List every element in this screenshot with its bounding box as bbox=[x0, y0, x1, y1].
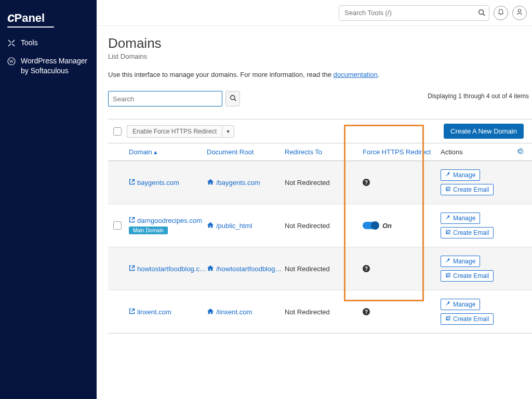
table-row: darngoodrecipes.comMain Domain/public_ht… bbox=[108, 204, 532, 247]
redirect-status: Not Redirected bbox=[285, 222, 363, 230]
sidebar-item-wordpress[interactable]: W WordPress Manager by Softaculous bbox=[0, 53, 97, 81]
domains-table: Enable Force HTTPS Redirect ▾ Create A N… bbox=[108, 119, 532, 334]
bulk-action-row: Enable Force HTTPS Redirect ▾ Create A N… bbox=[108, 119, 532, 143]
svg-point-3 bbox=[518, 9, 521, 12]
table-row: baygents.com/baygents.comNot Redirected?… bbox=[108, 161, 532, 204]
domain-name: baygents.com bbox=[137, 179, 179, 187]
https-toggle[interactable] bbox=[363, 222, 378, 229]
redirect-status: Not Redirected bbox=[285, 308, 363, 316]
home-icon bbox=[207, 178, 214, 187]
svg-point-4 bbox=[230, 96, 234, 100]
sidebar-item-label: Tools bbox=[21, 38, 38, 48]
filter-input[interactable] bbox=[108, 91, 222, 107]
sort-asc-icon: ▴ bbox=[154, 148, 157, 156]
user-icon bbox=[516, 8, 523, 17]
wordpress-icon: W bbox=[7, 57, 16, 65]
domain-link[interactable]: baygents.com bbox=[129, 179, 179, 187]
global-search-input[interactable] bbox=[339, 5, 489, 21]
row-checkbox[interactable] bbox=[113, 221, 122, 230]
sidebar-item-label: WordPress Manager by Softaculous bbox=[21, 56, 89, 76]
create-email-button[interactable]: Create Email bbox=[441, 270, 494, 282]
document-root-path: /public_html bbox=[216, 222, 252, 230]
document-root-link[interactable]: /public_html bbox=[207, 221, 252, 230]
caret-down-icon: ▾ bbox=[227, 128, 230, 135]
svg-text:W: W bbox=[9, 59, 14, 64]
wrench-icon bbox=[445, 258, 451, 265]
col-redirects-to[interactable]: Redirects To bbox=[285, 148, 363, 156]
home-icon bbox=[207, 221, 214, 230]
manage-button[interactable]: Manage bbox=[441, 299, 480, 310]
documentation-link[interactable]: documentation bbox=[334, 71, 378, 78]
redirect-status: Not Redirected bbox=[285, 265, 363, 273]
https-cell: ? bbox=[363, 179, 441, 186]
content: Domains List Domains Use this interface … bbox=[97, 26, 532, 334]
home-icon bbox=[207, 308, 214, 316]
external-link-icon bbox=[129, 217, 135, 224]
toggle-label: On bbox=[382, 222, 392, 230]
edit-icon bbox=[445, 272, 451, 280]
edit-icon bbox=[445, 315, 451, 323]
table-row: linxent.com/linxent.comNot Redirected?Ma… bbox=[108, 290, 532, 333]
gear-icon[interactable] bbox=[516, 148, 524, 156]
col-force-https[interactable]: Force HTTPS Redirect bbox=[363, 148, 441, 156]
document-root-link[interactable]: /linxent.com bbox=[207, 308, 252, 316]
bulk-enable-https: Enable Force HTTPS Redirect ▾ bbox=[127, 125, 234, 138]
domain-name: darngoodrecipes.com bbox=[137, 217, 202, 224]
document-root-path: /howtostartfoodblog… bbox=[216, 265, 282, 273]
select-all-checkbox[interactable] bbox=[113, 127, 122, 136]
manage-button[interactable]: Manage bbox=[441, 212, 480, 224]
intro-text: Use this interface to manage your domain… bbox=[108, 71, 532, 78]
redirect-status: Not Redirected bbox=[285, 179, 363, 187]
page-title: Domains bbox=[108, 35, 532, 51]
sidebar-item-tools[interactable]: Tools bbox=[0, 33, 97, 53]
https-cell: ? bbox=[363, 265, 441, 272]
account-button[interactable] bbox=[512, 6, 527, 20]
document-root-link[interactable]: /howtostartfoodblog… bbox=[207, 264, 282, 273]
create-email-button[interactable]: Create Email bbox=[441, 184, 494, 195]
main-area: Domains List Domains Use this interface … bbox=[97, 0, 532, 399]
domain-link[interactable]: howtostartfoodblog.c… bbox=[129, 265, 206, 273]
help-icon[interactable]: ? bbox=[363, 179, 370, 186]
bulk-enable-https-dropdown[interactable]: ▾ bbox=[222, 125, 234, 138]
page-subtitle: List Domains bbox=[108, 52, 532, 60]
https-cell: ? bbox=[363, 308, 441, 315]
col-actions: Actions bbox=[441, 148, 527, 156]
document-root-link[interactable]: /baygents.com bbox=[207, 178, 260, 187]
help-icon[interactable]: ? bbox=[363, 265, 370, 272]
home-icon bbox=[207, 264, 214, 273]
search-icon bbox=[478, 9, 485, 18]
wrench-icon bbox=[445, 215, 451, 222]
domain-link[interactable]: darngoodrecipes.com bbox=[129, 217, 202, 224]
table-header: Domain ▴ Document Root Redirects To Forc… bbox=[108, 143, 532, 161]
table-row: howtostartfoodblog.c…/howtostartfoodblog… bbox=[108, 247, 532, 290]
domain-name: linxent.com bbox=[137, 308, 171, 316]
wrench-icon bbox=[445, 301, 451, 308]
bell-icon bbox=[497, 8, 504, 17]
top-bar bbox=[97, 0, 532, 26]
tools-icon bbox=[7, 39, 16, 47]
external-link-icon bbox=[129, 179, 135, 187]
domain-name: howtostartfoodblog.c… bbox=[137, 265, 206, 273]
notifications-button[interactable] bbox=[494, 6, 508, 20]
domain-link[interactable]: linxent.com bbox=[129, 308, 171, 316]
create-domain-button[interactable]: Create A New Domain bbox=[444, 124, 524, 139]
col-domain[interactable]: Domain ▴ bbox=[129, 148, 207, 156]
document-root-path: /linxent.com bbox=[216, 308, 252, 316]
edit-icon bbox=[445, 186, 451, 193]
manage-button[interactable]: Manage bbox=[441, 169, 480, 181]
create-email-button[interactable]: Create Email bbox=[441, 313, 494, 325]
edit-icon bbox=[445, 229, 451, 236]
svg-point-2 bbox=[479, 9, 484, 14]
manage-button[interactable]: Manage bbox=[441, 256, 480, 267]
main-domain-badge: Main Domain bbox=[129, 227, 168, 234]
filter-search-button[interactable] bbox=[225, 91, 240, 107]
help-icon[interactable]: ? bbox=[363, 308, 370, 315]
col-document-root[interactable]: Document Root bbox=[207, 148, 285, 156]
global-search bbox=[339, 5, 489, 21]
create-email-button[interactable]: Create Email bbox=[441, 227, 494, 238]
search-icon bbox=[230, 95, 236, 103]
document-root-path: /baygents.com bbox=[216, 179, 260, 187]
bulk-enable-https-button[interactable]: Enable Force HTTPS Redirect bbox=[127, 125, 222, 138]
sidebar: cPanel Tools W WordPress Manager by Soft… bbox=[0, 0, 97, 399]
logo[interactable]: cPanel bbox=[7, 9, 97, 28]
